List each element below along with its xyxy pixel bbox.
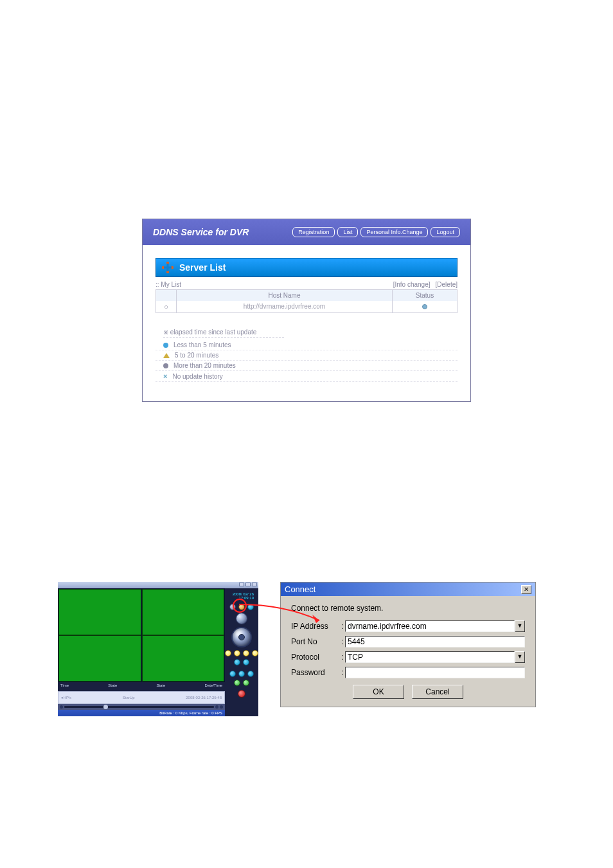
row-hostname[interactable]: http://dvrname.ipdvrfree.com [177, 301, 393, 312]
dialog-title: Connect [285, 584, 315, 594]
ddns-body: Server List :: My List [Info change] [De… [143, 245, 470, 401]
row-radio[interactable]: ○ [156, 301, 177, 312]
dt: 2008-02-26 17:29:48 [186, 696, 222, 700]
close-icon[interactable] [252, 583, 257, 586]
video-grid [58, 588, 225, 682]
slider-knob[interactable] [103, 705, 108, 709]
th: State [156, 683, 165, 690]
row-status [393, 301, 457, 312]
legend-text-4: No update history [172, 373, 222, 380]
row-port: Port No : [291, 636, 525, 647]
control-dial-small[interactable] [236, 613, 247, 624]
nav-registration[interactable]: Registration [292, 227, 335, 237]
legend-title: ※ elapsed time since last update [163, 329, 284, 338]
status-bar: BitRate : 0 Kbps, Frame rate : 0 FPS [58, 710, 225, 716]
col-status: Status [393, 290, 457, 301]
nav-logout[interactable]: Logout [431, 227, 460, 237]
min-icon[interactable] [239, 583, 244, 586]
btn[interactable] [243, 680, 249, 686]
btn[interactable] [225, 650, 231, 656]
record-button[interactable] [238, 690, 245, 698]
btn[interactable] [238, 671, 245, 677]
protocol-dropdown[interactable]: ▼ [515, 651, 525, 663]
btn[interactable] [234, 650, 240, 656]
highlight-circle [233, 599, 247, 613]
max-icon[interactable] [245, 583, 251, 586]
ddns-panel: DDNS Service for DVR Registration List P… [142, 219, 471, 402]
dvr-viewer: Time State State Date/Time ●HP's StarUp … [58, 582, 258, 716]
my-list-row: :: My List [Info change] [Delete] [155, 281, 458, 290]
legend-row-4: ×No update history [155, 371, 458, 382]
password-label: Password [291, 668, 341, 677]
video-cell[interactable] [142, 589, 225, 635]
connect-dialog: Connect ✕ Connect to remote system. IP A… [280, 582, 536, 707]
row-protocol: Protocol : ▼ [291, 651, 525, 663]
dialog-description: Connect to remote system. [291, 604, 525, 613]
legend-text-1: Less than 5 minutes [173, 341, 231, 348]
btn[interactable] [234, 659, 240, 665]
triangle-icon [163, 353, 170, 358]
video-cell[interactable] [142, 635, 225, 682]
legend-text-2: 5 to 20 minutes [175, 352, 218, 359]
ip-label: IP Address [291, 622, 341, 631]
control-dial-large[interactable] [231, 627, 252, 647]
btn[interactable] [243, 650, 249, 656]
nav-list[interactable]: List [337, 227, 358, 237]
th: Date/Time [205, 683, 222, 690]
col-select [156, 290, 177, 301]
info-change-link[interactable]: [Info change] [393, 281, 431, 288]
cancel-button[interactable]: Cancel [412, 685, 463, 699]
status-dot-icon [422, 304, 427, 309]
dot-icon [163, 363, 168, 368]
x-icon: × [163, 372, 167, 380]
control-btn[interactable] [247, 604, 254, 610]
btn[interactable] [229, 671, 236, 677]
dot-icon [163, 343, 168, 348]
slider-end-icon [215, 705, 218, 709]
legend-row-2: 5 to 20 minutes [155, 350, 458, 361]
video-cell[interactable] [58, 589, 141, 635]
close-button[interactable]: ✕ [521, 585, 531, 594]
viewer-titlebar [58, 582, 258, 588]
ip-address-input[interactable] [345, 620, 515, 632]
btn[interactable] [234, 680, 240, 686]
btn[interactable] [247, 671, 254, 677]
protocol-label: Protocol [291, 653, 341, 662]
nav-personal-info[interactable]: Personal Info.Change [360, 227, 428, 237]
row-password: Password : [291, 667, 525, 678]
server-table-header: Host Name Status [155, 290, 458, 301]
password-input[interactable] [345, 667, 525, 678]
slider-end-icon [220, 705, 223, 709]
server-list-bar: Server List [155, 258, 458, 277]
timeline-header: Time State State Date/Time [58, 682, 225, 691]
protocol-input[interactable] [345, 651, 515, 663]
bottom-slider[interactable] [58, 704, 225, 710]
delete-link[interactable]: [Delete] [436, 281, 458, 288]
ddns-header: DDNS Service for DVR Registration List P… [143, 219, 470, 245]
server-list-title: Server List [179, 262, 226, 273]
table-row: ○ http://dvrname.ipdvrfree.com [155, 301, 458, 313]
legend-text-3: More than 20 minutes [173, 362, 236, 369]
col-hostname: Host Name [177, 290, 393, 301]
legend: ※ elapsed time since last update Less th… [155, 329, 458, 382]
ip-dropdown[interactable]: ▼ [515, 620, 525, 632]
btn[interactable] [252, 650, 258, 656]
my-list-label: :: My List [155, 281, 181, 288]
port-input[interactable] [345, 636, 525, 647]
bot-left: ●HP's [61, 696, 71, 700]
timeline: ●HP's StarUp 2008-02-26 17:29:48 [58, 691, 225, 704]
dialog-titlebar: Connect ✕ [281, 583, 535, 596]
bottom-section: Time State State Date/Time ●HP's StarUp … [58, 582, 613, 716]
state: StarUp [123, 696, 135, 700]
dialog-body: Connect to remote system. IP Address : ▼… [281, 596, 535, 707]
ok-button[interactable]: OK [353, 685, 404, 699]
th: State [108, 683, 117, 690]
slider-end-icon [60, 705, 63, 709]
svg-rect-5 [164, 267, 172, 269]
video-area: Time State State Date/Time ●HP's StarUp … [58, 588, 225, 716]
th: Time [60, 683, 69, 690]
video-cell[interactable] [58, 635, 141, 682]
btn[interactable] [243, 659, 249, 665]
server-list-icon [161, 261, 174, 274]
legend-row-3: More than 20 minutes [155, 361, 458, 371]
